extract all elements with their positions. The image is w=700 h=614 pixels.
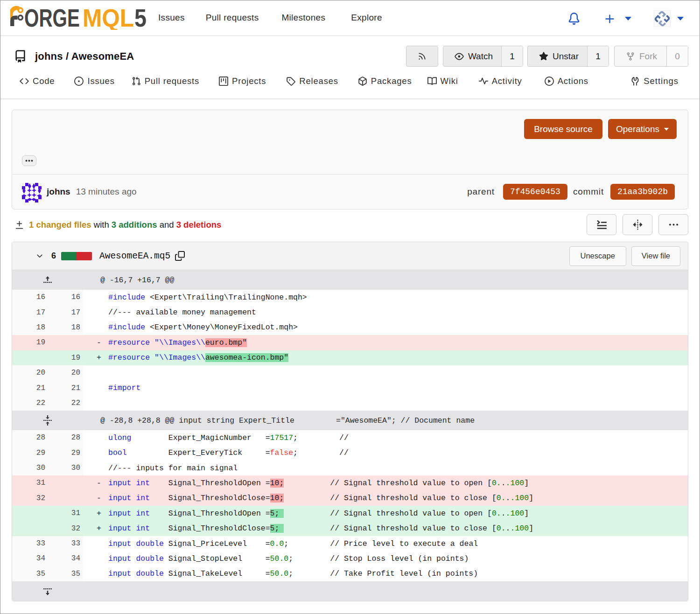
svg-text:5: 5 bbox=[134, 6, 147, 30]
svg-text:MQL: MQL bbox=[83, 6, 134, 30]
svg-text:ORGE: ORGE bbox=[24, 6, 80, 30]
